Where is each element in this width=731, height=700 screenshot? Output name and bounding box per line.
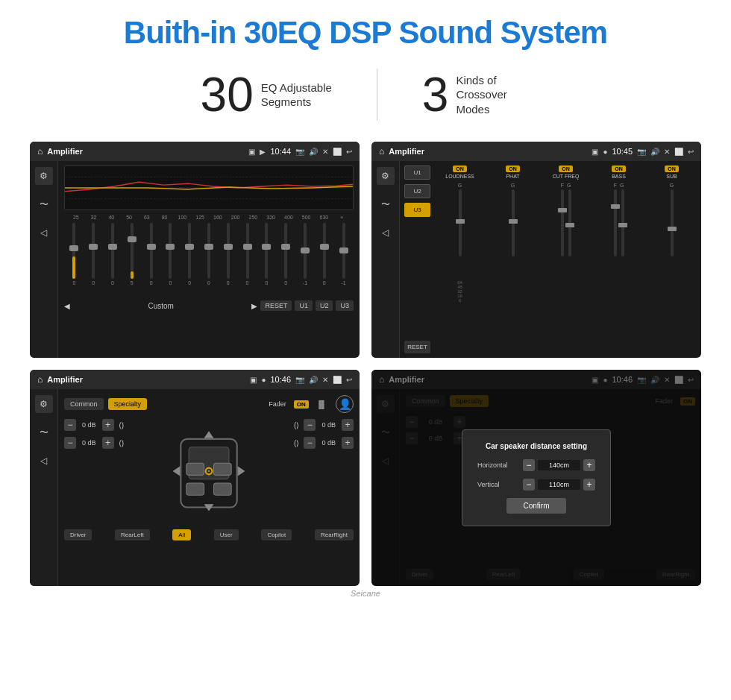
copilot-btn[interactable]: Copilot: [261, 529, 292, 540]
page-wrapper: Buith-in 30EQ DSP Sound System 30 EQ Adj…: [0, 0, 731, 605]
eq-reset-btn[interactable]: RESET: [260, 300, 292, 311]
crossover-presets: U1 U2 U3 RESET: [404, 165, 430, 353]
eq-icon-2[interactable]: ⚙: [377, 167, 395, 185]
eq-icon[interactable]: ⚙: [35, 167, 53, 185]
eq-slider-5[interactable]: 0: [162, 223, 179, 297]
eq-prev-btn[interactable]: ◀: [64, 302, 70, 310]
home-icon-2[interactable]: ⌂: [379, 146, 384, 157]
volume-icon[interactable]: 🔊: [309, 148, 318, 156]
eq-icon-3[interactable]: ⚙: [35, 395, 53, 413]
horizontal-minus-btn[interactable]: −: [523, 459, 535, 471]
screen2-time: 10:45: [612, 147, 633, 156]
eq-slider-2[interactable]: 0: [104, 223, 122, 297]
preset-u2[interactable]: U2: [404, 184, 430, 198]
window-icon: ⬜: [333, 148, 342, 156]
eq-u2-btn[interactable]: U2: [316, 300, 333, 311]
eq-slider-8[interactable]: 0: [219, 223, 236, 297]
vol-plus-rr[interactable]: +: [342, 437, 354, 449]
common-tab[interactable]: Common: [64, 398, 104, 410]
screen3-title: Amplifier: [47, 375, 245, 384]
eq-slider-11[interactable]: 0: [277, 223, 295, 297]
freq-label-0: 25: [67, 215, 85, 220]
eq-slider-4[interactable]: 0: [142, 223, 160, 297]
eq-slider-0[interactable]: 0: [66, 223, 83, 297]
vol-val-rl: 0 dB: [79, 439, 99, 447]
speaker-icon[interactable]: ◁: [35, 224, 53, 242]
fader-label: Fader: [269, 400, 286, 408]
cutfreq-on-badge: ON: [559, 165, 573, 172]
play-icon[interactable]: ▶: [260, 148, 266, 156]
wave-icon[interactable]: 〜: [35, 195, 53, 213]
vol-plus-fl[interactable]: +: [102, 419, 114, 431]
rearleft-btn[interactable]: RearLeft: [115, 529, 150, 540]
home-icon[interactable]: ⌂: [37, 146, 43, 157]
eq-slider-10[interactable]: 0: [258, 223, 275, 297]
preset-u1[interactable]: U1: [404, 165, 430, 180]
screen3-topbar: ⌂ Amplifier ▣ ● 10:46 📷 🔊 ✕ ⬜ ↩: [30, 370, 360, 389]
eq-u3-btn[interactable]: U3: [336, 300, 354, 311]
eq-slider-1[interactable]: 0: [85, 223, 102, 297]
specialty-tab[interactable]: Specialty: [108, 398, 148, 410]
speaker-icon-3[interactable]: ◁: [35, 452, 53, 470]
eq-main: 25 32 40 50 63 80 100 125 160 200 250 32…: [58, 161, 360, 358]
arrow-expand[interactable]: »: [333, 215, 351, 220]
vol-minus-rr[interactable]: −: [304, 437, 316, 449]
vol-row-fr: (⟩ − 0 dB +: [294, 419, 354, 431]
vol-row-rr: (⟩ − 0 dB +: [294, 437, 354, 449]
driver-btn[interactable]: Driver: [64, 529, 92, 540]
eq-slider-13[interactable]: 0: [316, 223, 333, 297]
vertical-minus-btn[interactable]: −: [523, 479, 535, 491]
volume-icon-2[interactable]: 🔊: [650, 148, 659, 156]
stat1-number: 30: [201, 71, 254, 119]
close-icon[interactable]: ✕: [322, 148, 328, 156]
camera-icon: 📷: [295, 148, 304, 156]
eq-slider-9[interactable]: 0: [239, 223, 256, 297]
user-btn[interactable]: User: [214, 529, 239, 540]
back-icon[interactable]: ↩: [346, 148, 352, 156]
vol-plus-rl[interactable]: +: [102, 437, 114, 449]
record-icon-3: ▣: [250, 376, 257, 384]
dialog-overlay: Car speaker distance setting Horizontal …: [371, 370, 701, 586]
eq-slider-14[interactable]: -1: [335, 223, 352, 297]
dialog-row-vertical: Vertical − 110cm +: [477, 479, 595, 491]
vertical-plus-btn[interactable]: +: [583, 479, 595, 491]
main-title: Buith-in 30EQ DSP Sound System: [30, 15, 701, 51]
svg-marker-12: [204, 431, 214, 438]
vol-plus-fr[interactable]: +: [342, 419, 354, 431]
eq-slider-6[interactable]: 0: [181, 223, 198, 297]
home-icon-3[interactable]: ⌂: [37, 374, 43, 385]
loudness-on-badge: ON: [453, 165, 467, 172]
vol-minus-rl[interactable]: −: [64, 437, 76, 449]
wave-icon-3[interactable]: 〜: [35, 423, 53, 441]
eq-next-btn[interactable]: ▶: [251, 302, 257, 310]
back-icon-2[interactable]: ↩: [688, 148, 694, 156]
screen2-title: Amplifier: [389, 147, 587, 156]
stat2-number: 3: [422, 71, 449, 119]
eq-slider-3[interactable]: 5: [123, 223, 140, 297]
cutfreq-name: CUT FREQ: [553, 174, 580, 180]
dot-icon: ●: [603, 148, 607, 156]
volume-icon-3[interactable]: 🔊: [309, 376, 318, 384]
all-btn[interactable]: All: [172, 529, 191, 540]
close-icon-3[interactable]: ✕: [322, 376, 328, 384]
eq-slider-12[interactable]: -1: [297, 223, 314, 297]
window-icon-2: ⬜: [674, 148, 683, 156]
svg-marker-14: [173, 467, 181, 476]
rearright-btn[interactable]: RearRight: [315, 529, 354, 540]
dialog-title: Car speaker distance setting: [477, 442, 595, 450]
eq-slider-7[interactable]: 0: [201, 223, 218, 297]
crossover-reset-btn[interactable]: RESET: [404, 341, 430, 353]
confirm-button[interactable]: Confirm: [506, 498, 566, 514]
wave-icon-2[interactable]: 〜: [377, 195, 395, 213]
speaker-icon-2[interactable]: ◁: [377, 224, 395, 242]
vol-minus-fl[interactable]: −: [64, 419, 76, 431]
horizontal-plus-btn[interactable]: +: [583, 459, 595, 471]
freq-label-5: 80: [156, 215, 174, 220]
svg-marker-15: [238, 467, 245, 476]
preset-u3[interactable]: U3: [404, 203, 430, 217]
vol-minus-fr[interactable]: −: [304, 419, 316, 431]
eq-u1-btn[interactable]: U1: [295, 300, 313, 311]
close-icon-2[interactable]: ✕: [664, 148, 670, 156]
freq-label-6: 100: [174, 215, 192, 220]
back-icon-3[interactable]: ↩: [346, 376, 352, 384]
